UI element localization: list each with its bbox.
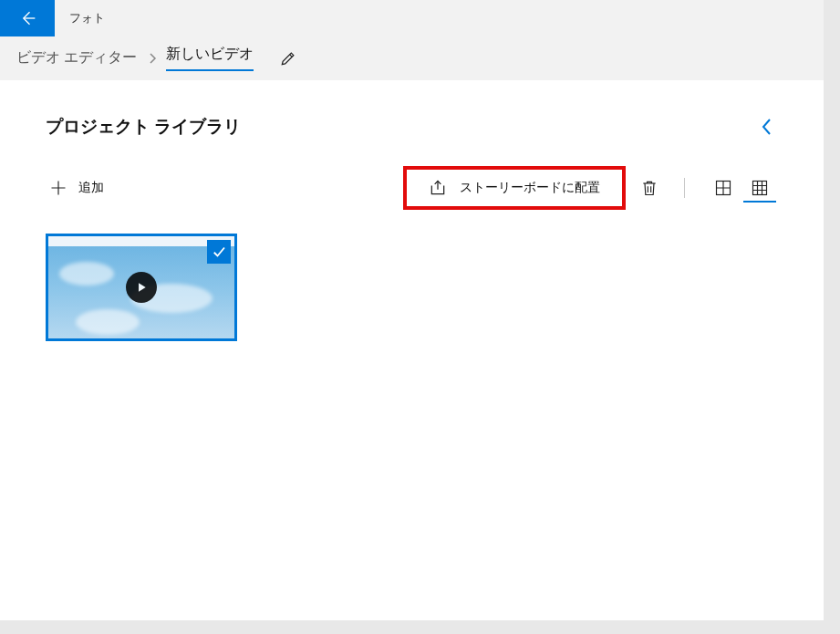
chevron-left-icon	[760, 117, 774, 137]
place-in-storyboard-label: ストーリーボードに配置	[460, 180, 600, 196]
thumbnail-decoration	[76, 309, 140, 335]
edit-name-button[interactable]	[279, 49, 297, 68]
add-button[interactable]: 追加	[46, 173, 108, 203]
back-button[interactable]	[0, 0, 55, 36]
place-icon	[429, 179, 447, 197]
check-icon	[211, 244, 227, 260]
app-window: フォト ビデオ エディター 新しいビデオ プロジェクト ライブラリ	[0, 0, 824, 620]
toolbar-divider	[684, 178, 685, 198]
delete-button[interactable]	[635, 172, 664, 203]
place-in-storyboard-button[interactable]: ストーリーボードに配置	[403, 166, 626, 210]
window-bottom-gutter	[0, 620, 840, 634]
collapse-button[interactable]	[756, 113, 778, 140]
arrow-left-icon	[18, 9, 36, 27]
selected-badge[interactable]	[207, 240, 231, 264]
breadcrumb-bar: ビデオ エディター 新しいビデオ	[0, 36, 824, 80]
section-title: プロジェクト ライブラリ	[46, 115, 241, 139]
view-large-button[interactable]	[707, 173, 740, 203]
grid-large-icon	[714, 179, 732, 197]
breadcrumb-root[interactable]: ビデオ エディター	[15, 48, 139, 68]
view-small-button[interactable]	[743, 173, 776, 203]
app-title: フォト	[69, 10, 105, 26]
title-bar: フォト	[0, 0, 824, 36]
add-button-label: 追加	[78, 180, 104, 196]
grid-small-icon	[751, 179, 769, 197]
section-header: プロジェクト ライブラリ	[0, 80, 824, 140]
thumbnail-decoration	[59, 262, 114, 286]
library-item[interactable]	[46, 234, 237, 341]
plus-icon	[49, 179, 67, 197]
chevron-right-icon	[148, 52, 157, 65]
svg-rect-1	[753, 182, 767, 195]
play-badge	[126, 272, 157, 303]
window-right-gutter	[824, 0, 840, 634]
library-toolbar: 追加 ストーリーボードに配置	[0, 140, 824, 226]
play-icon	[135, 281, 148, 294]
breadcrumb-current: 新しいビデオ	[166, 45, 254, 71]
trash-icon	[640, 178, 659, 198]
library-grid	[0, 226, 824, 348]
pencil-icon	[279, 49, 297, 68]
main-panel: プロジェクト ライブラリ 追加 ストーリ	[0, 80, 824, 620]
